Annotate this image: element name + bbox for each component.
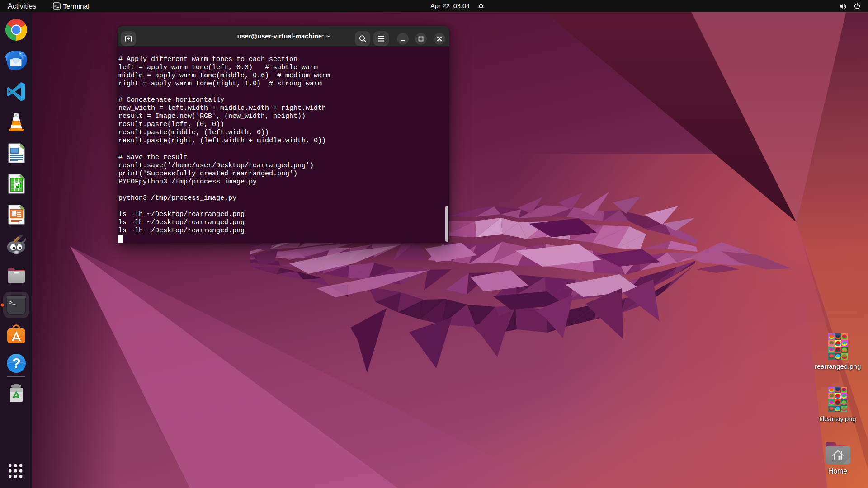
svg-text:?: ? <box>12 355 21 371</box>
svg-text:>_: >_ <box>9 300 16 305</box>
